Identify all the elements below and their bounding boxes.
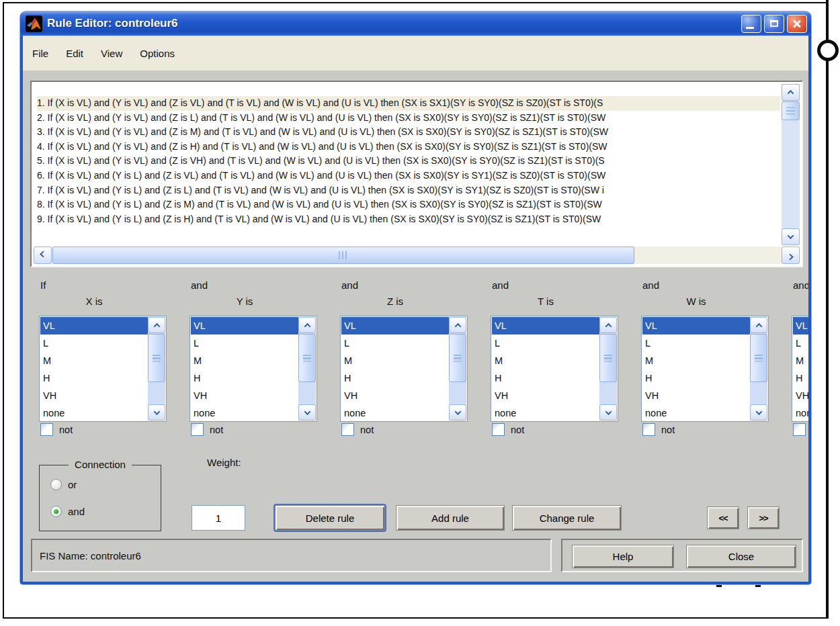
term-option-H[interactable]: H [793, 369, 808, 387]
not-checkbox[interactable] [341, 423, 354, 436]
term-option-L[interactable]: L [341, 334, 449, 352]
help-button[interactable]: Help [572, 545, 674, 568]
not-checkbox[interactable] [40, 423, 53, 436]
scroll-up-button[interactable] [782, 84, 800, 101]
titlebar[interactable]: Rule Editor: controleur6 [20, 11, 811, 36]
rule-list-horizontal-scrollbar[interactable] [34, 247, 800, 264]
term-option-VH[interactable]: VH [191, 387, 298, 404]
not-checkbox[interactable] [492, 423, 505, 436]
term-option-M[interactable]: M [492, 352, 599, 369]
rule-line[interactable]: 4. If (X is VL) and (Y is VL) and (Z is … [37, 140, 780, 154]
rule-line[interactable]: 5. If (X is VL) and (Y is VL) and (Z is … [37, 154, 780, 169]
term-option-H[interactable]: H [191, 369, 298, 387]
close-button[interactable]: Close [686, 545, 796, 568]
term-option-H[interactable]: H [492, 369, 599, 387]
term-option-none[interactable]: none [40, 404, 148, 420]
vertical-scroll-thumb[interactable] [148, 334, 165, 382]
term-listbox[interactable]: VLLMHVHnone [641, 316, 769, 422]
term-option-L[interactable]: L [492, 334, 599, 352]
scroll-up-button[interactable] [750, 317, 767, 333]
term-option-none[interactable]: none [341, 404, 449, 420]
menu-item-options[interactable]: Options [140, 48, 175, 59]
connection-radio-and[interactable] [50, 506, 62, 517]
minimize-button[interactable] [741, 15, 761, 33]
term-option-H[interactable]: H [642, 369, 750, 387]
scroll-down-button[interactable] [782, 228, 800, 245]
term-option-M[interactable]: M [793, 352, 808, 369]
menu-item-file[interactable]: File [32, 48, 48, 59]
vertical-scroll-thumb[interactable] [599, 334, 617, 382]
vertical-scroll-thumb[interactable] [750, 334, 767, 382]
term-option-M[interactable]: M [40, 352, 148, 369]
scroll-down-button[interactable] [750, 404, 767, 420]
next-page-button[interactable]: >> [747, 506, 780, 529]
not-checkbox[interactable] [191, 423, 204, 436]
term-listbox[interactable]: VLLMHVHnone [340, 316, 468, 422]
term-option-M[interactable]: M [642, 352, 750, 369]
prev-page-button[interactable]: << [707, 506, 739, 529]
term-option-VL[interactable]: VL [492, 317, 599, 334]
term-option-none[interactable]: none [191, 404, 298, 420]
scroll-left-button[interactable] [34, 247, 52, 264]
term-option-none[interactable]: none [642, 404, 750, 420]
rule-list[interactable]: 1. If (X is VL) and (Y is VL) and (Z is … [33, 83, 780, 246]
term-option-M[interactable]: M [191, 352, 298, 369]
term-option-H[interactable]: H [40, 369, 148, 387]
term-listbox[interactable]: VLLMHVHnone [39, 316, 167, 422]
not-checkbox[interactable] [642, 423, 655, 436]
term-listbox[interactable]: VLLMHVHnone [190, 316, 317, 422]
rule-line[interactable]: 9. If (X is VL) and (Y is L) and (Z is H… [37, 212, 780, 227]
scroll-down-button[interactable] [148, 404, 165, 420]
term-option-L[interactable]: L [793, 334, 808, 352]
term-option-none[interactable]: none [793, 404, 808, 420]
term-option-none[interactable]: none [492, 404, 599, 420]
term-option-VL[interactable]: VL [40, 317, 148, 334]
term-option-L[interactable]: L [40, 334, 148, 352]
term-option-VH[interactable]: VH [642, 387, 750, 404]
change-rule-button[interactable]: Change rule [512, 505, 622, 531]
connection-radio-or[interactable] [50, 479, 62, 490]
term-option-VL[interactable]: VL [341, 317, 449, 334]
scroll-down-button[interactable] [298, 404, 316, 420]
rule-list-vertical-scrollbar[interactable] [782, 84, 800, 245]
rule-line[interactable]: 7. If (X is VL) and (Y is L) and (Z is L… [37, 183, 780, 198]
listbox-scrollbar[interactable] [449, 317, 466, 420]
term-option-VH[interactable]: VH [40, 387, 148, 404]
vertical-scroll-thumb[interactable] [449, 334, 466, 382]
weight-input[interactable] [192, 505, 245, 531]
rule-line[interactable]: 2. If (X is VL) and (Y is VL) and (Z is … [37, 111, 780, 126]
term-option-L[interactable]: L [191, 334, 298, 352]
not-checkbox[interactable] [793, 423, 806, 436]
term-option-VL[interactable]: VL [793, 317, 808, 334]
menu-item-view[interactable]: View [101, 48, 122, 59]
rule-line[interactable]: 8. If (X is VL) and (Y is L) and (Z is M… [37, 197, 780, 212]
term-listbox[interactable]: VLLMHVHnone [491, 316, 618, 422]
term-option-VH[interactable]: VH [341, 387, 449, 404]
term-listbox[interactable]: VLLMHVHnone [792, 316, 808, 422]
rule-line[interactable]: 1. If (X is VL) and (Y is VL) and (Z is … [37, 96, 780, 111]
maximize-button[interactable] [764, 15, 784, 33]
scroll-up-button[interactable] [599, 317, 617, 333]
term-option-VL[interactable]: VL [642, 317, 750, 334]
rule-line[interactable]: 6. If (X is VL) and (Y is L) and (Z is V… [37, 169, 780, 183]
close-window-button[interactable] [787, 15, 807, 33]
scroll-down-button[interactable] [599, 404, 617, 420]
vertical-scroll-thumb[interactable] [298, 334, 316, 382]
scroll-down-button[interactable] [449, 404, 466, 420]
term-option-VH[interactable]: VH [492, 387, 599, 404]
listbox-scrollbar[interactable] [148, 317, 165, 420]
scroll-right-button[interactable] [782, 247, 800, 264]
term-option-H[interactable]: H [341, 369, 449, 387]
vertical-scroll-thumb[interactable] [782, 101, 800, 120]
scroll-up-button[interactable] [148, 317, 165, 333]
listbox-scrollbar[interactable] [298, 317, 316, 420]
delete-rule-button[interactable]: Delete rule [275, 505, 385, 531]
term-option-L[interactable]: L [642, 334, 750, 352]
term-option-VL[interactable]: VL [191, 317, 298, 334]
rule-line[interactable]: 3. If (X is VL) and (Y is VL) and (Z is … [37, 125, 780, 140]
scroll-up-button[interactable] [298, 317, 316, 333]
horizontal-scroll-thumb[interactable] [52, 247, 634, 264]
term-option-VH[interactable]: VH [793, 387, 808, 404]
listbox-scrollbar[interactable] [750, 317, 767, 420]
term-option-M[interactable]: M [341, 352, 449, 369]
